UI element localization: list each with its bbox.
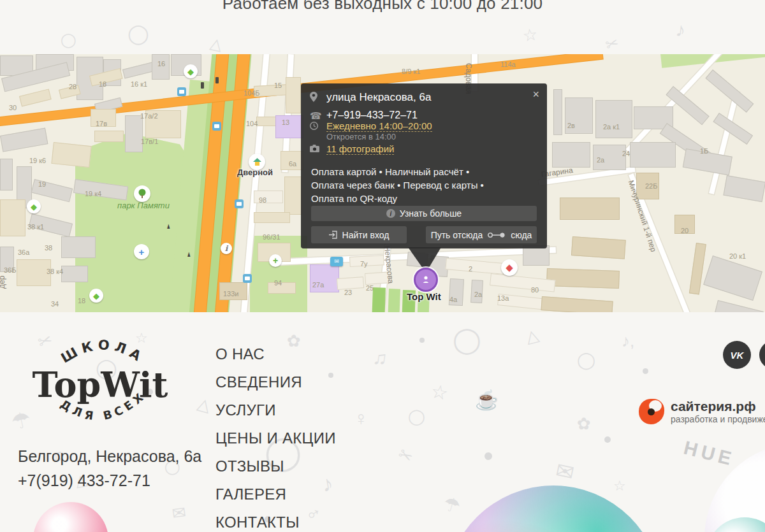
house-number-label: 6а xyxy=(289,160,296,168)
doodle-icon: ✂ xyxy=(603,34,621,54)
house-number-label: 22Б xyxy=(645,182,657,190)
bus-stop-icon[interactable] xyxy=(243,274,252,283)
house-number-label: 104Б xyxy=(244,89,260,97)
doodle-icon: ☂ xyxy=(441,492,463,518)
map-building xyxy=(723,175,765,202)
doodle-icon: ♀ xyxy=(354,408,368,429)
pharmacy-plus-icon[interactable]: + xyxy=(269,254,282,267)
house-number-label: 2 xyxy=(469,265,472,273)
popup-schedule-link[interactable]: Ежедневно 14:00–20:00 xyxy=(326,120,432,131)
doodle-dot xyxy=(419,338,425,343)
doodle-dot xyxy=(604,436,611,443)
doodle-icon: △ xyxy=(195,394,212,416)
route-icon xyxy=(487,232,506,238)
pin-label: Top Wit xyxy=(407,291,441,302)
map-building xyxy=(713,300,764,312)
house-number-label: 20 к1 xyxy=(729,252,746,260)
map-building xyxy=(19,89,52,106)
house-number-label: 17в/1 xyxy=(141,138,158,145)
house-number-label: 16 xyxy=(157,60,165,68)
footer-phone: +7(919) 433-72-71 xyxy=(18,471,150,490)
footer: ✂◯△☆♪♫☂☕✉✿◯♀☆◯△♂✂◯☆✿♪,◯△☂☆✉◯♫ HUE ШКОЛА … xyxy=(0,312,765,532)
house-number-label: 16 к1 xyxy=(131,80,147,88)
map-building xyxy=(337,277,364,290)
map-building xyxy=(286,77,301,113)
poi-marker-green[interactable]: ◆ xyxy=(184,64,198,78)
map-building xyxy=(595,100,632,138)
poi-marker-green[interactable]: ◆ xyxy=(89,289,103,303)
map-building xyxy=(630,142,676,168)
popup-photos-link[interactable]: 11 фотографий xyxy=(326,143,394,154)
house-number-label: 18 xyxy=(78,297,85,305)
map-canvas[interactable]: ◆◆◆◆++i▲▲✉ 3028181616 к18/9 к1114а104Б10… xyxy=(0,54,765,312)
map-building xyxy=(0,199,26,236)
footer-nav-link[interactable]: УСЛУГИ xyxy=(215,401,336,419)
map-building xyxy=(490,273,555,292)
doodle-dot xyxy=(484,452,492,460)
map-building xyxy=(705,69,754,113)
house-number-label: 8/9 к1 xyxy=(402,68,420,75)
poi-marker-green[interactable]: ◆ xyxy=(27,199,41,213)
topbar: Работаем без выходных с 10:00 до 21:00 ◯… xyxy=(0,0,765,54)
footer-nav-link[interactable]: ЦЕНЫ И АКЦИИ xyxy=(215,429,336,447)
doodle-icon: ✉ xyxy=(553,457,576,485)
doodle-dot xyxy=(643,368,648,374)
vk-social-icon[interactable]: VK xyxy=(723,341,751,369)
map-building xyxy=(254,212,290,223)
close-icon[interactable]: × xyxy=(532,89,539,100)
footer-nav-link[interactable]: ГАЛЕРЕЯ xyxy=(215,485,336,503)
topwit-map-pin[interactable] xyxy=(414,268,438,292)
doodle-icon: ◯ xyxy=(61,32,76,48)
map-building xyxy=(51,142,91,168)
house-number-label: 19 xyxy=(38,180,46,188)
doodle-icon: ♪, xyxy=(622,331,634,351)
footer-nav-link[interactable]: О НАС xyxy=(215,345,336,363)
house-number-label: 94 xyxy=(274,279,282,287)
telegram-social-icon-partial[interactable] xyxy=(759,341,765,369)
doodle-icon: ✂ xyxy=(395,444,416,468)
hue-doodle-text: HUE xyxy=(681,437,737,471)
poi-label: Дверной xyxy=(237,168,273,177)
map-building xyxy=(689,243,706,294)
street-label: дер xyxy=(0,276,6,289)
map-building xyxy=(125,115,143,152)
find-entrance-button[interactable]: Найти вход xyxy=(311,226,407,243)
soap-bubble xyxy=(445,485,662,532)
map-building xyxy=(552,142,590,168)
doodle-icon: ♫ xyxy=(372,347,389,370)
map-building xyxy=(703,255,762,301)
info-poi-icon[interactable]: i xyxy=(221,243,232,254)
doodle-icon: ☆ xyxy=(521,25,539,47)
bus-stop-icon[interactable] xyxy=(235,199,244,208)
footer-nav-link[interactable]: ОТЗЫВЫ xyxy=(215,457,336,475)
house-number-label: 25 xyxy=(366,284,374,292)
bus-stop-icon[interactable] xyxy=(177,87,186,96)
doodle-icon: ☆ xyxy=(429,380,450,405)
map-building xyxy=(546,268,620,289)
footer-nav-link[interactable]: СВЕДЕНИЯ xyxy=(215,373,336,391)
house-number-label: 19 к6 xyxy=(29,157,46,164)
learn-more-button[interactable]: i Узнать больше xyxy=(311,206,537,221)
house-number-label: 114а xyxy=(500,61,516,68)
site-credit-link[interactable]: сайтерия.рф разработка и продвижение xyxy=(639,399,765,424)
map-building xyxy=(445,258,504,275)
bus-stop-icon[interactable] xyxy=(212,122,221,131)
soap-bubble xyxy=(33,502,108,532)
house-number-label: 4а xyxy=(449,296,457,303)
camera-icon xyxy=(310,145,321,152)
garden-strip xyxy=(372,287,386,312)
doodle-icon: ☕ xyxy=(475,389,499,411)
hospital-cross-icon[interactable]: + xyxy=(134,244,149,259)
park-tree-icon[interactable] xyxy=(134,185,150,202)
house-number-label: 24 xyxy=(622,150,630,157)
poi-marker-red[interactable]: ◆ xyxy=(501,259,518,276)
saiteria-logo-icon xyxy=(639,399,664,424)
pin-person-icon xyxy=(421,275,431,285)
footer-nav-link[interactable]: КОНТАКТЫ xyxy=(215,514,336,531)
topwit-logo: ШКОЛА TopWit ДЛЯ ВСЕХ xyxy=(14,317,186,438)
logo-main-text: TopWit xyxy=(33,364,168,405)
doodle-icon: ◯ xyxy=(453,325,481,354)
house-number-label: 7у xyxy=(360,260,368,268)
map-building xyxy=(254,191,283,203)
route-button[interactable]: Путь отсюда сюда xyxy=(426,226,537,243)
